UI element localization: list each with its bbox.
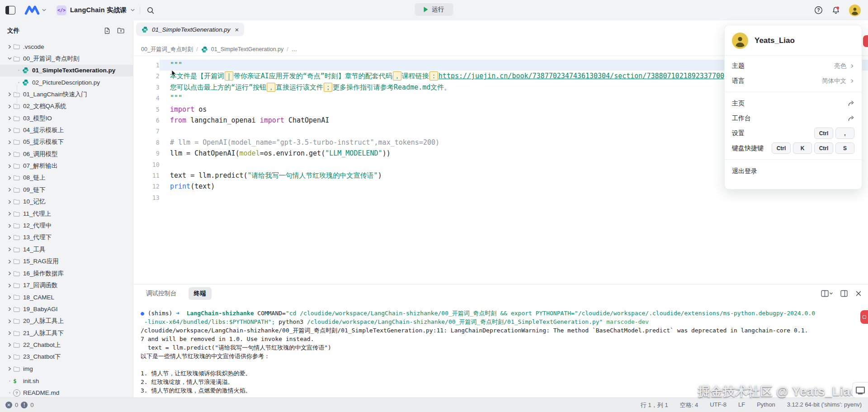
tree-item[interactable]: 20_人脉工具上 xyxy=(0,315,133,327)
chevron-right-icon xyxy=(6,104,13,109)
notifications-bell-icon[interactable] xyxy=(831,6,840,15)
tree-item[interactable]: 01_SimpleTextGeneration.py xyxy=(0,65,133,76)
problems-indicator[interactable]: ✕0!0 xyxy=(5,402,33,408)
tree-item[interactable]: 15_RAG应用 xyxy=(0,256,133,267)
tree-item[interactable]: 21_人脉工具下 xyxy=(0,327,133,339)
sidebar-toggle-icon[interactable] xyxy=(5,6,15,14)
folder-icon xyxy=(13,211,23,217)
menu-item-logout[interactable]: 退出登录 xyxy=(725,164,862,179)
run-button[interactable]: 运行 xyxy=(415,3,453,16)
menu-item-language[interactable]: 语言 简体中文 xyxy=(725,73,862,88)
close-icon[interactable]: × xyxy=(235,26,239,33)
chevron-down-icon[interactable] xyxy=(130,8,135,13)
tree-item[interactable]: .vscode xyxy=(0,41,133,52)
tree-item[interactable]: 12_代理中 xyxy=(0,220,133,232)
tree-item[interactable]: 13_代理下 xyxy=(0,232,133,243)
status-item[interactable]: 空格: 4 xyxy=(680,401,698,409)
status-item[interactable]: UTF-8 xyxy=(710,401,726,409)
file-name: 14_工具 xyxy=(23,246,46,254)
menu-item-workbench[interactable]: 工作台 xyxy=(725,111,862,126)
external-link-icon xyxy=(848,115,854,122)
breadcrumb-more[interactable]: … xyxy=(292,46,297,52)
folder-icon xyxy=(13,91,23,98)
file-dot xyxy=(15,82,22,83)
tree-item[interactable]: 02_文档QA系统 xyxy=(0,100,133,112)
file-name: README.md xyxy=(23,389,59,396)
tree-item[interactable]: 09_链下 xyxy=(0,184,133,196)
status-item[interactable]: 3.12.2 64-bit ('shims': pyenv) xyxy=(787,401,862,409)
tree-item[interactable]: 06_调用模型 xyxy=(0,148,133,160)
tree-item[interactable]: 04_提示模板上 xyxy=(0,124,133,136)
folder-icon xyxy=(13,258,23,265)
close-panel-icon[interactable] xyxy=(855,290,862,297)
menu-item-settings[interactable]: 设置 Ctrl, xyxy=(725,126,862,141)
tab-filename: 01_SimpleTextGeneration.py xyxy=(152,26,231,33)
marscode-logo[interactable] xyxy=(24,5,47,15)
split-terminal-icon[interactable] xyxy=(821,290,833,297)
tree-item[interactable]: 03_模型IO xyxy=(0,112,133,124)
python-file-icon xyxy=(142,26,148,33)
file-name: 01_LangChain快速入门 xyxy=(23,90,87,99)
editor-tab[interactable]: 01_SimpleTextGeneration.py × xyxy=(136,23,244,36)
tree-item[interactable]: 18_CAMEL xyxy=(0,291,133,303)
tree-item[interactable]: 23_Chatbot下 xyxy=(0,351,133,363)
code-line: 13 xyxy=(133,192,868,203)
folder-icon xyxy=(13,115,23,122)
floating-badge-icon[interactable] xyxy=(863,35,868,47)
tree-item[interactable]: 19_BabyAGI xyxy=(0,303,133,315)
file-name: 17_回调函数 xyxy=(23,281,58,289)
tree-item[interactable]: 00_开篇词_奇点时刻 xyxy=(0,52,133,64)
menu-item-shortcuts[interactable]: 键盘快捷键 CtrlKCtrlS xyxy=(725,141,862,156)
tree-item[interactable]: 07_解析输出 xyxy=(0,160,133,172)
chevron-right-icon xyxy=(6,199,13,204)
tree-item[interactable]: 02_PictureDescription.py xyxy=(0,76,133,88)
chevron-right-icon xyxy=(6,235,13,240)
status-item[interactable]: LF xyxy=(738,401,745,409)
tab-terminal[interactable]: 终端 xyxy=(189,287,212,300)
breadcrumb-file[interactable]: 01_SimpleTextGeneration.py xyxy=(211,46,284,52)
tree-item[interactable]: 17_回调函数 xyxy=(0,279,133,291)
tree-item[interactable]: 11_代理上 xyxy=(0,208,133,219)
remote-desktop-icon[interactable] xyxy=(852,382,868,398)
chevron-right-icon xyxy=(850,79,854,83)
file-dot xyxy=(6,392,13,393)
tree-item[interactable]: $init.sh xyxy=(0,375,133,387)
tree-item[interactable]: 10_记忆 xyxy=(0,196,133,208)
new-file-icon[interactable] xyxy=(104,27,111,34)
tree-item[interactable]: 22_Chatbot上 xyxy=(0,339,133,351)
top-bar: </> LangChain 实战课 运行 ? xyxy=(0,0,868,20)
file-name: 09_链下 xyxy=(23,186,46,194)
chevron-right-icon xyxy=(6,44,13,49)
tab-debug-console[interactable]: 调试控制台 xyxy=(141,287,182,300)
tree-item[interactable]: ?README.md xyxy=(0,387,133,398)
tree-item[interactable]: 14_工具 xyxy=(0,244,133,256)
menu-item-home[interactable]: 主页 xyxy=(725,96,862,111)
project-code-icon: </> xyxy=(57,5,66,15)
errors-icon: ✕ xyxy=(5,402,12,408)
file-name: 10_记忆 xyxy=(23,198,46,206)
help-icon[interactable]: ? xyxy=(814,6,823,14)
status-item[interactable]: Python xyxy=(757,401,775,409)
tree-item[interactable]: 01_LangChain快速入门 xyxy=(0,89,133,100)
folder-icon xyxy=(13,175,23,181)
search-icon[interactable] xyxy=(146,6,155,14)
breadcrumb-folder[interactable]: 00_开篇词_奇点时刻 xyxy=(141,46,193,53)
line-number: 11 xyxy=(133,170,160,181)
floating-red-badge-icon[interactable] xyxy=(860,310,868,324)
tree-item[interactable]: 05_提示模板下 xyxy=(0,136,133,148)
file-name: 05_提示模板下 xyxy=(23,138,64,146)
tree-item[interactable]: img xyxy=(0,363,133,375)
avatar[interactable] xyxy=(849,5,861,16)
chevron-right-icon xyxy=(6,283,13,288)
status-item[interactable]: 行 1，列 1 xyxy=(641,401,668,409)
project-name[interactable]: LangChain 实战课 xyxy=(70,6,127,14)
chevron-right-icon xyxy=(6,175,13,180)
folder-icon xyxy=(13,342,23,348)
shortcut-keys: CtrlKCtrlS xyxy=(772,142,854,154)
new-folder-icon[interactable] xyxy=(117,27,125,34)
maximize-panel-icon[interactable] xyxy=(840,290,848,297)
menu-item-theme[interactable]: 主题 亮色 xyxy=(725,58,862,73)
terminal-line: 以下是一些情人节红玫瑰的中文宣传语供你参考： xyxy=(141,352,868,360)
tree-item[interactable]: 16_操作数据库 xyxy=(0,267,133,279)
tree-item[interactable]: 08_链上 xyxy=(0,172,133,184)
